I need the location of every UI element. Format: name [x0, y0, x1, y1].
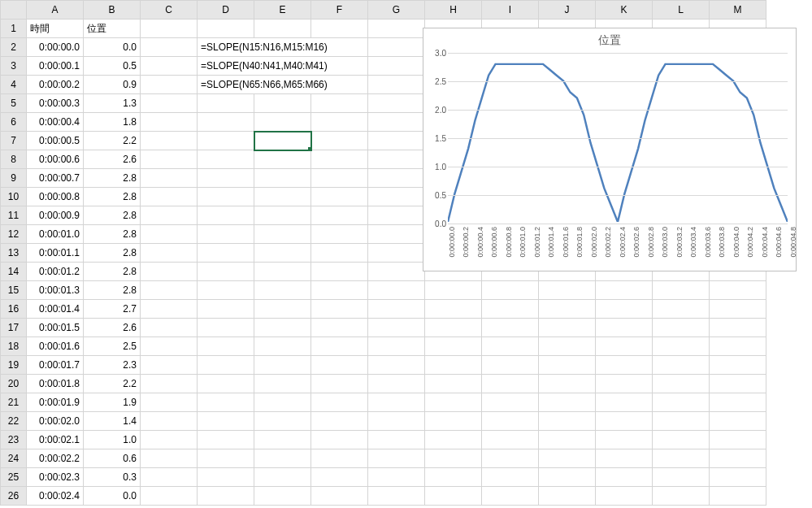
cell-D6[interactable]	[198, 113, 254, 132]
cell-C5[interactable]	[141, 94, 198, 113]
row-header[interactable]: 16	[1, 300, 27, 319]
col-header-H[interactable]: H	[425, 1, 482, 20]
cell-F6[interactable]	[311, 113, 368, 132]
cell-H18[interactable]	[425, 337, 482, 356]
col-header-G[interactable]: G	[368, 1, 425, 20]
cell-B6[interactable]: 1.8	[84, 113, 141, 132]
cell-F20[interactable]	[311, 375, 368, 393]
cell-B26[interactable]: 0.0	[84, 487, 141, 506]
cell-A13[interactable]: 0:00:01.1	[27, 244, 84, 263]
cell-B3[interactable]: 0.5	[84, 57, 141, 76]
cell-C11[interactable]	[141, 206, 198, 225]
row-header[interactable]: 6	[1, 113, 27, 132]
row-header[interactable]: 12	[1, 225, 27, 244]
cell-M26[interactable]	[710, 487, 766, 506]
cell-F24[interactable]	[311, 449, 368, 468]
cell-H17[interactable]	[425, 319, 482, 337]
cell-C16[interactable]	[141, 300, 198, 319]
cell-J15[interactable]	[539, 281, 596, 300]
cell-E14[interactable]	[254, 263, 311, 281]
cell-D16[interactable]	[198, 300, 254, 319]
cell-G2[interactable]	[368, 38, 425, 57]
cell-D24[interactable]	[198, 449, 254, 468]
cell-M20[interactable]	[710, 375, 766, 393]
cell-C4[interactable]	[141, 76, 198, 94]
cell-L22[interactable]	[653, 412, 710, 431]
cell-A4[interactable]: 0:00:00.2	[27, 76, 84, 94]
cell-G25[interactable]	[368, 468, 425, 487]
cell-A18[interactable]: 0:00:01.6	[27, 337, 84, 356]
cell-M25[interactable]	[710, 468, 766, 487]
cell-G17[interactable]	[368, 319, 425, 337]
col-header-E[interactable]: E	[254, 1, 311, 20]
cell-M16[interactable]	[710, 300, 766, 319]
cell-E18[interactable]	[254, 337, 311, 356]
cell-K15[interactable]	[596, 281, 653, 300]
cell-E25[interactable]	[254, 468, 311, 487]
col-header-M[interactable]: M	[710, 1, 766, 20]
cell-A5[interactable]: 0:00:00.3	[27, 94, 84, 113]
cell-G12[interactable]	[368, 225, 425, 244]
cell-F22[interactable]	[311, 412, 368, 431]
row-header[interactable]: 17	[1, 319, 27, 337]
cell-D25[interactable]	[198, 468, 254, 487]
cell-B7[interactable]: 2.2	[84, 132, 141, 150]
cell-G11[interactable]	[368, 206, 425, 225]
cell-D20[interactable]	[198, 375, 254, 393]
cell-F7[interactable]	[311, 132, 368, 150]
row-header[interactable]: 13	[1, 244, 27, 263]
cell-E11[interactable]	[254, 206, 311, 225]
cell-A15[interactable]: 0:00:01.3	[27, 281, 84, 300]
row-header[interactable]: 26	[1, 487, 27, 506]
cell-F8[interactable]	[311, 150, 368, 169]
cell-C20[interactable]	[141, 375, 198, 393]
cell-F21[interactable]	[311, 393, 368, 412]
cell-F1[interactable]	[311, 20, 368, 38]
cell-C13[interactable]	[141, 244, 198, 263]
cell-I17[interactable]	[482, 319, 539, 337]
cell-I21[interactable]	[482, 393, 539, 412]
cell-I24[interactable]	[482, 449, 539, 468]
cell-A1[interactable]: 時間	[27, 20, 84, 38]
col-header-C[interactable]: C	[141, 1, 198, 20]
cell-A10[interactable]: 0:00:00.8	[27, 188, 84, 206]
cell-C14[interactable]	[141, 263, 198, 281]
col-header-L[interactable]: L	[653, 1, 710, 20]
cell-L20[interactable]	[653, 375, 710, 393]
cell-E9[interactable]	[254, 169, 311, 188]
row-header[interactable]: 18	[1, 337, 27, 356]
cell-A7[interactable]: 0:00:00.5	[27, 132, 84, 150]
cell-B18[interactable]: 2.5	[84, 337, 141, 356]
cell-B12[interactable]: 2.8	[84, 225, 141, 244]
cell-K16[interactable]	[596, 300, 653, 319]
row-header[interactable]: 11	[1, 206, 27, 225]
cell-C9[interactable]	[141, 169, 198, 188]
cell-E15[interactable]	[254, 281, 311, 300]
cell-I16[interactable]	[482, 300, 539, 319]
cell-B16[interactable]: 2.7	[84, 300, 141, 319]
cell-G5[interactable]	[368, 94, 425, 113]
cell-I25[interactable]	[482, 468, 539, 487]
col-header-F[interactable]: F	[311, 1, 368, 20]
cell-M19[interactable]	[710, 356, 766, 375]
cell-D26[interactable]	[198, 487, 254, 506]
row-header[interactable]: 19	[1, 356, 27, 375]
cell-C25[interactable]	[141, 468, 198, 487]
cell-G26[interactable]	[368, 487, 425, 506]
row-header[interactable]: 25	[1, 468, 27, 487]
cell-D14[interactable]	[198, 263, 254, 281]
cell-G18[interactable]	[368, 337, 425, 356]
cell-M18[interactable]	[710, 337, 766, 356]
row-header[interactable]: 5	[1, 94, 27, 113]
cell-B21[interactable]: 1.9	[84, 393, 141, 412]
cell-D8[interactable]	[198, 150, 254, 169]
cell-C6[interactable]	[141, 113, 198, 132]
cell-D3[interactable]: =SLOPE(N40:N41,M40:M41)	[198, 57, 368, 76]
row-header[interactable]: 7	[1, 132, 27, 150]
cell-D18[interactable]	[198, 337, 254, 356]
cell-I23[interactable]	[482, 431, 539, 449]
cell-H24[interactable]	[425, 449, 482, 468]
cell-H20[interactable]	[425, 375, 482, 393]
cell-A26[interactable]: 0:00:02.4	[27, 487, 84, 506]
cell-C19[interactable]	[141, 356, 198, 375]
